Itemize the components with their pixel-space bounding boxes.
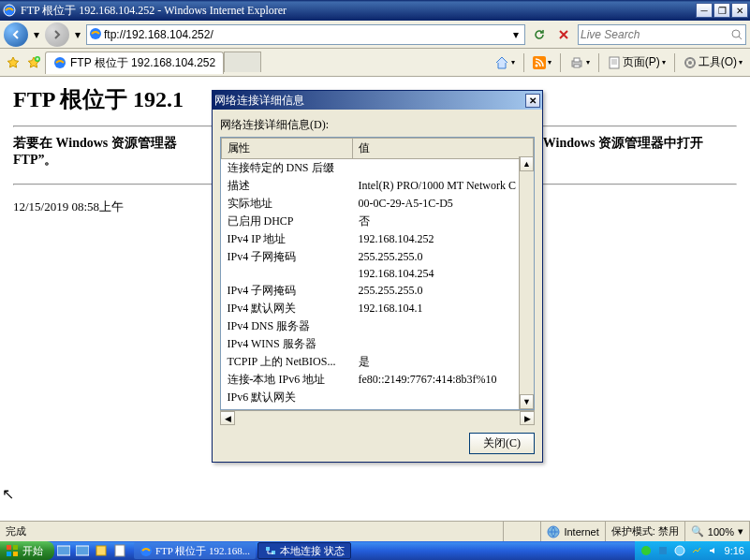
table-row[interactable]: IPv4 WINS 服务器 <box>222 335 534 353</box>
feeds-button[interactable]: ▾ <box>529 54 555 71</box>
add-favorite-button[interactable] <box>24 53 43 72</box>
home-button[interactable]: ▾ <box>491 53 519 72</box>
scroll-right-button[interactable]: ▶ <box>520 411 535 425</box>
window-title: FTP 根位于 192.168.104.252 - Windows Intern… <box>21 3 287 19</box>
quick-launch-4[interactable] <box>110 542 129 559</box>
svg-rect-17 <box>13 552 18 556</box>
ie-tab-icon <box>53 56 66 69</box>
page-menu-label: 页面(P) <box>623 54 660 70</box>
network-details-dialog: 网络连接详细信息 ✕ 网络连接详细信息(D): 属性 值 连接特定的 DNS 后… <box>212 90 543 463</box>
svg-rect-26 <box>659 547 667 554</box>
zoom-icon: 🔍 <box>691 525 704 538</box>
quick-launch-1[interactable] <box>54 542 73 559</box>
col-property[interactable]: 属性 <box>222 139 353 159</box>
scroll-up-button[interactable]: ▲ <box>520 156 534 171</box>
svg-point-25 <box>641 546 651 555</box>
forward-dropdown[interactable]: ▾ <box>73 28 82 41</box>
table-row[interactable]: 描述Intel(R) PRO/1000 MT Network C <box>222 177 534 195</box>
tray-icon-1[interactable] <box>640 545 652 556</box>
status-bar: 完成 Internet 保护模式: 禁用 🔍 100% ▾ <box>0 521 750 541</box>
tray-volume-icon[interactable] <box>708 545 719 556</box>
table-row[interactable]: IPv4 IP 地址192.168.104.252 <box>222 230 534 248</box>
scroll-left-button[interactable]: ◀ <box>220 411 235 425</box>
network-details-table: 属性 值 连接特定的 DNS 后缀描述Intel(R) PRO/1000 MT … <box>221 138 534 410</box>
dialog-title: 网络连接详细信息 <box>214 93 304 109</box>
back-dropdown[interactable]: ▾ <box>32 28 41 41</box>
tab-label: FTP 根位于 192.168.104.252 <box>70 55 215 71</box>
svg-point-0 <box>4 5 15 16</box>
close-button[interactable]: ✕ <box>731 3 748 18</box>
dialog-close-button[interactable]: ✕ <box>525 94 540 108</box>
taskbar-item-ie[interactable]: FTP 根位于 192.168... <box>134 542 256 559</box>
minimize-button[interactable]: ─ <box>696 3 713 18</box>
tools-menu-label: 工具(O) <box>699 54 737 70</box>
table-row[interactable]: IPv4 子网掩码255.255.255.0 <box>222 248 534 266</box>
vertical-scrollbar[interactable]: ▲ ▼ <box>519 156 534 409</box>
tray-icon-2[interactable] <box>657 545 669 556</box>
svg-rect-16 <box>7 552 11 556</box>
table-row[interactable]: IPv6 DNS 服务器fec0:0:0:ffff::1%1 <box>222 406 534 410</box>
table-row[interactable]: 连接-本地 IPv6 地址fe80::2149:7767:414:8b3f%10 <box>222 371 534 389</box>
table-row[interactable]: 192.168.104.254 <box>222 266 534 282</box>
print-button[interactable]: ▾ <box>566 53 594 72</box>
svg-rect-18 <box>57 546 70 555</box>
svg-rect-10 <box>610 57 619 68</box>
table-row[interactable]: 已启用 DHCP否 <box>222 213 534 230</box>
taskbar: 开始 FTP 根位于 192.168... 本地连接 状态 9:16 <box>0 541 750 560</box>
tab-bar: FTP 根位于 192.168.104.252 ▾ ▾ ▾ 页面(P) ▾ 工具… <box>0 49 750 77</box>
address-bar[interactable]: ▾ <box>86 24 525 45</box>
table-row[interactable]: TCPIP 上的 NetBIOS...是 <box>222 353 534 371</box>
svg-point-12 <box>688 61 692 65</box>
table-row[interactable]: IPv4 子网掩码255.255.255.0 <box>222 282 534 300</box>
dialog-titlebar[interactable]: 网络连接详细信息 ✕ <box>213 91 542 110</box>
tools-menu-button[interactable]: 工具(O) ▾ <box>680 52 746 72</box>
table-row[interactable]: IPv4 DNS 服务器 <box>222 317 534 335</box>
status-empty1 <box>504 522 541 541</box>
search-box[interactable] <box>578 24 746 45</box>
svg-rect-8 <box>574 58 580 62</box>
scroll-down-button[interactable]: ▼ <box>520 394 534 409</box>
refresh-button[interactable] <box>529 24 550 45</box>
back-button[interactable] <box>4 22 28 47</box>
svg-point-4 <box>54 57 66 68</box>
quick-launch-2[interactable] <box>73 542 92 559</box>
table-row[interactable]: 实际地址00-0C-29-A5-1C-D5 <box>222 195 534 213</box>
clock[interactable]: 9:16 <box>725 545 744 556</box>
search-input[interactable] <box>581 28 730 41</box>
status-zoom[interactable]: 🔍 100% ▾ <box>685 522 750 541</box>
tab-active[interactable]: FTP 根位于 192.168.104.252 <box>45 52 224 74</box>
start-label: 开始 <box>22 544 43 558</box>
tray-icon-3[interactable] <box>674 545 685 556</box>
favorites-button[interactable] <box>4 53 22 72</box>
address-dropdown[interactable]: ▾ <box>509 28 522 41</box>
table-row[interactable]: IPv6 默认网关 <box>222 389 534 406</box>
tray-icon-4[interactable] <box>691 545 702 556</box>
ie-icon <box>2 3 17 18</box>
table-row[interactable]: IPv4 默认网关192.168.104.1 <box>222 300 534 317</box>
maximize-button[interactable]: ❐ <box>713 3 730 18</box>
svg-point-6 <box>535 64 537 66</box>
svg-rect-21 <box>115 545 125 556</box>
quick-launch-3[interactable] <box>92 542 110 559</box>
start-button[interactable]: 开始 <box>0 541 54 560</box>
status-protected: 保护模式: 禁用 <box>606 522 685 541</box>
dialog-close-btn[interactable]: 关闭(C) <box>469 433 535 454</box>
horizontal-scrollbar[interactable]: ◀ ▶ <box>220 410 535 425</box>
col-value[interactable]: 值 <box>353 139 534 159</box>
address-input[interactable] <box>104 28 509 41</box>
svg-rect-9 <box>574 65 580 67</box>
forward-button[interactable] <box>45 22 69 47</box>
search-icon[interactable] <box>730 28 743 41</box>
new-tab-button[interactable] <box>224 52 261 72</box>
page-menu-button[interactable]: 页面(P) ▾ <box>604 52 669 72</box>
stop-button[interactable] <box>553 24 574 45</box>
table-row[interactable]: 连接特定的 DNS 后缀 <box>222 159 534 178</box>
dialog-label: 网络连接详细信息(D): <box>220 117 535 133</box>
taskbar-item-network[interactable]: 本地连接 状态 <box>257 542 351 559</box>
svg-point-22 <box>140 545 152 556</box>
navigation-bar: ▾ ▾ ▾ <box>0 21 750 49</box>
svg-point-1 <box>90 28 101 39</box>
internet-icon <box>547 525 560 538</box>
svg-rect-15 <box>13 545 18 550</box>
svg-rect-23 <box>266 547 270 551</box>
